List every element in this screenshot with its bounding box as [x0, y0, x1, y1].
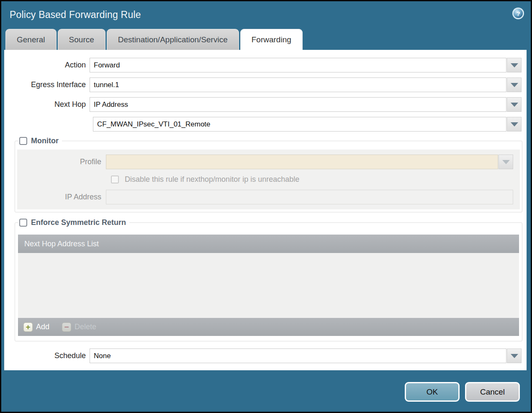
egress-interface-dropdown-button[interactable] — [507, 77, 522, 92]
profile-input — [106, 155, 498, 169]
next-hop-address-list-table: Next Hop Address List + Add − Delete — [18, 235, 519, 336]
chevron-down-icon — [502, 160, 510, 164]
symmetric-return-legend-row: Enforce Symmetric Return — [18, 218, 129, 227]
disable-rule-checkbox — [111, 176, 119, 183]
egress-interface-input[interactable] — [90, 77, 506, 92]
tab-source[interactable]: Source — [58, 29, 105, 50]
schedule-row: Schedule — [4, 348, 522, 363]
schedule-label: Schedule — [4, 351, 90, 360]
next-hop-type-dropdown-button[interactable] — [507, 97, 522, 112]
ok-button[interactable]: OK — [405, 382, 460, 402]
next-hop-address-list-footer: + Add − Delete — [18, 318, 519, 336]
add-button-label: Add — [36, 323, 49, 331]
chevron-down-icon — [511, 83, 518, 87]
profile-label: Profile — [17, 157, 106, 166]
monitor-group: Monitor Profile Disable this rule if nex… — [15, 137, 522, 212]
schedule-input[interactable] — [90, 348, 506, 363]
add-button[interactable]: + Add — [23, 323, 49, 332]
next-hop-row: Next Hop — [4, 97, 522, 112]
symmetric-return-checkbox[interactable] — [19, 219, 27, 227]
symmetric-return-group: Enforce Symmetric Return Next Hop Addres… — [15, 218, 522, 341]
monitor-panel: Profile Disable this rule if nexthop/mon… — [17, 150, 520, 209]
monitor-legend-label: Monitor — [31, 137, 59, 145]
profile-combo — [106, 155, 513, 169]
tab-destination-application-service[interactable]: Destination/Application/Service — [107, 29, 239, 50]
action-row: Action — [4, 58, 522, 72]
next-hop-address-list-header: Next Hop Address List — [18, 235, 519, 253]
egress-interface-row: Egress Interface — [4, 77, 522, 92]
action-dropdown-button[interactable] — [507, 58, 522, 72]
delete-button: − Delete — [62, 323, 96, 332]
next-hop-address-combo — [93, 117, 522, 132]
delete-icon: − — [62, 323, 71, 332]
schedule-combo — [90, 348, 522, 363]
next-hop-label: Next Hop — [4, 100, 90, 109]
pbf-rule-dialog: Policy Based Forwarding Rule ? General S… — [0, 0, 532, 413]
dialog-footer: OK Cancel — [1, 370, 531, 413]
help-icon[interactable]: ? — [512, 8, 524, 19]
tab-bar: General Source Destination/Application/S… — [1, 28, 531, 50]
dialog-titlebar: Policy Based Forwarding Rule ? — [1, 1, 531, 28]
add-icon: + — [23, 323, 33, 332]
disable-rule-label: Disable this rule if nexthop/monitor ip … — [125, 175, 299, 184]
egress-interface-combo — [90, 77, 522, 92]
forwarding-tab-panel: Action Egress Interface Next Hop — [4, 50, 527, 370]
next-hop-address-list-body[interactable] — [18, 253, 519, 318]
chevron-down-icon — [511, 103, 518, 107]
monitor-ip-address-wrap — [106, 190, 513, 204]
egress-interface-label: Egress Interface — [4, 80, 90, 89]
next-hop-address-row — [4, 117, 522, 132]
action-label: Action — [4, 61, 90, 70]
dialog-title: Policy Based Forwarding Rule — [10, 9, 141, 21]
profile-dropdown-button — [499, 155, 513, 169]
next-hop-type-combo — [90, 97, 522, 112]
chevron-down-icon — [511, 354, 518, 358]
monitor-checkbox[interactable] — [19, 137, 27, 145]
chevron-down-icon — [511, 63, 518, 67]
profile-row: Profile — [17, 155, 517, 169]
disable-rule-row: Disable this rule if nexthop/monitor ip … — [17, 175, 517, 184]
chevron-down-icon — [511, 122, 518, 126]
monitor-ip-address-label: IP Address — [17, 193, 106, 201]
monitor-ip-address-row: IP Address — [17, 190, 517, 204]
next-hop-address-input[interactable] — [93, 117, 506, 132]
next-hop-address-dropdown-button[interactable] — [507, 117, 522, 132]
monitor-ip-address-input — [106, 190, 513, 204]
cancel-button[interactable]: Cancel — [465, 382, 520, 402]
help-glyph: ? — [516, 10, 520, 17]
tab-general[interactable]: General — [5, 29, 57, 50]
next-hop-type-input[interactable] — [90, 97, 506, 112]
tab-forwarding[interactable]: Forwarding — [240, 29, 303, 50]
symmetric-return-legend-label: Enforce Symmetric Return — [31, 218, 126, 227]
action-combo — [90, 58, 522, 72]
action-input[interactable] — [90, 58, 506, 72]
schedule-dropdown-button[interactable] — [507, 348, 522, 363]
delete-button-label: Delete — [75, 323, 96, 331]
monitor-legend-row: Monitor — [18, 137, 62, 145]
